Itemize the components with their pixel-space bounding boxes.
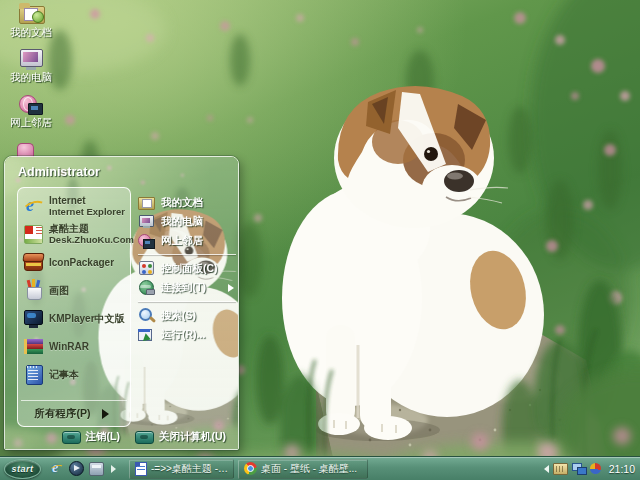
taskbar-clock[interactable]: 21:10 [609, 463, 635, 475]
my-computer-icon [18, 47, 44, 71]
taskbar-window-zhuoku-theme[interactable]: -=>>桌酷主题 - Mic... [129, 459, 234, 479]
start-button[interactable]: start [4, 459, 41, 479]
desktop-icon-label: 我的电脑 [2, 72, 60, 83]
start-place-search[interactable]: 搜索(S) [138, 306, 236, 325]
document-icon [135, 462, 147, 476]
quick-launch-expand-chevron-icon[interactable] [111, 465, 120, 473]
my-computer-icon [138, 213, 155, 230]
start-menu-footer: 注销(L) 关闭计算机(U) [62, 430, 227, 444]
network-places-icon [18, 92, 44, 116]
run-icon [138, 326, 155, 343]
network-tray-icon[interactable] [572, 463, 586, 474]
notepad-icon [23, 364, 44, 385]
iconpackager-icon [23, 252, 44, 273]
start-item-iconpackager[interactable]: IconPackager [21, 248, 127, 276]
connect-to-icon [138, 279, 155, 296]
start-item-paint[interactable]: 画图 [21, 276, 127, 304]
my-documents-icon [18, 2, 44, 26]
input-method-keyboard-icon[interactable] [553, 463, 568, 475]
zhuoku-theme-icon [23, 224, 44, 245]
all-programs-arrow-icon [102, 409, 114, 419]
my-documents-icon [138, 194, 155, 211]
tray-collapse-chevron-icon[interactable] [540, 465, 549, 473]
internet-explorer-icon: e [23, 196, 44, 217]
start-place-run[interactable]: 运行(R)... [138, 325, 236, 344]
start-item-internet-explorer[interactable]: e InternetInternet Explorer [21, 192, 127, 220]
start-menu: Administrator e InternetInternet Explore… [4, 156, 239, 450]
start-item-notepad[interactable]: 记事本 [21, 360, 127, 388]
log-off-icon [62, 431, 81, 444]
shutdown-icon [135, 431, 154, 444]
submenu-arrow-icon [228, 284, 238, 292]
desktop-icon-label: 网上邻居 [2, 117, 60, 128]
turn-off-computer-button[interactable]: 关闭计算机(U) [135, 430, 226, 444]
desktop-icon-partially-hidden[interactable] [17, 143, 34, 157]
start-place-network-places[interactable]: 网上邻居 [138, 231, 236, 250]
start-button-label: start [11, 464, 33, 474]
start-place-my-documents[interactable]: 我的文档 [138, 193, 236, 212]
start-item-kmplayer[interactable]: KMPlayer中文版 [21, 304, 127, 332]
desktop-icon-network-places[interactable]: 网上邻居 [2, 92, 60, 128]
desktop-icon-my-documents[interactable]: 我的文档 [2, 2, 60, 38]
system-tray: 21:10 [540, 463, 640, 475]
browser-icon [244, 462, 257, 475]
search-icon [138, 307, 155, 324]
start-menu-program-list: e InternetInternet Explorer 桌酷主题Desk.Zhu… [17, 187, 131, 427]
paint-icon [23, 280, 44, 301]
start-menu-user-name: Administrator [18, 165, 100, 179]
quick-launch-bar: e [50, 461, 120, 476]
winrar-icon [23, 336, 44, 357]
desktop: 我的文档 我的电脑 网上邻居 Administrator e InternetI… [0, 0, 640, 480]
internet-explorer-icon[interactable]: e [50, 462, 64, 476]
task-buttons: -=>>桌酷主题 - Mic... 桌面 - 壁纸 - 桌酷壁... [129, 459, 368, 479]
network-places-icon [138, 232, 155, 249]
menu-separator [138, 301, 236, 302]
start-item-winrar[interactable]: WinRAR [21, 332, 127, 360]
menu-separator [138, 254, 236, 255]
start-item-zhuoku-theme[interactable]: 桌酷主题Desk.ZhuoKu.Com [21, 220, 127, 248]
log-off-button[interactable]: 注销(L) [62, 430, 120, 444]
media-player-icon[interactable] [69, 461, 84, 476]
taskbar: start e -=>>桌酷主题 - Mic... 桌面 - 壁纸 - 桌酷壁.… [0, 456, 640, 480]
tray-app-icon[interactable] [590, 463, 601, 474]
taskbar-window-wallpaper-browser[interactable]: 桌面 - 壁纸 - 桌酷壁... [238, 459, 368, 479]
show-desktop-icon[interactable] [89, 462, 104, 476]
all-programs-button[interactable]: 所有程序(P) [21, 400, 127, 426]
start-place-connect-to[interactable]: 连接到(T) [138, 278, 236, 297]
control-panel-icon [138, 260, 155, 277]
kmplayer-icon [23, 308, 44, 329]
start-place-my-computer[interactable]: 我的电脑 [138, 212, 236, 231]
start-menu-places-list: 我的文档 我的电脑 网上邻居 控制面板(C) 连接到(T) [138, 193, 236, 344]
desktop-icon-my-computer[interactable]: 我的电脑 [2, 47, 60, 83]
desktop-icon-label: 我的文档 [2, 27, 60, 38]
start-place-control-panel[interactable]: 控制面板(C) [138, 259, 236, 278]
